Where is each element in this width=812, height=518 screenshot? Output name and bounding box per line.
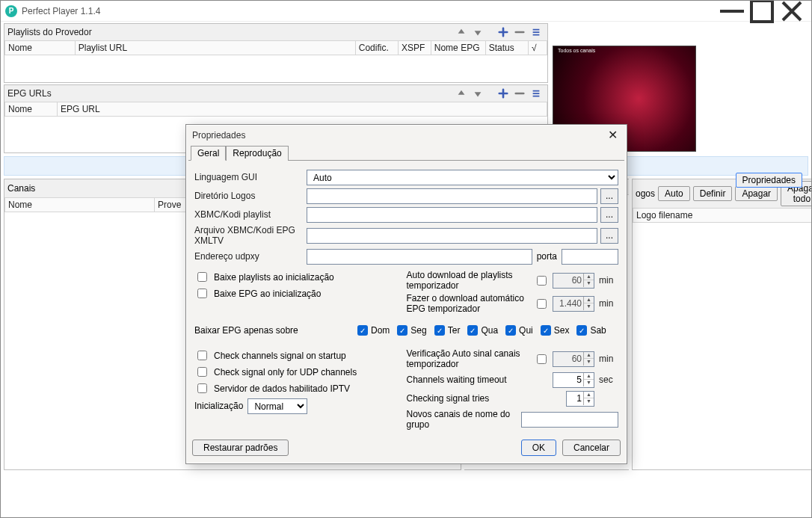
auto-pl-timer-checkbox[interactable] [537, 276, 547, 286]
epg-table: Nome EPG URL [4, 102, 547, 117]
label-logos-dir: Diretório Logos [194, 191, 307, 201]
day-ter-checkbox[interactable]: ✓ [434, 325, 445, 336]
th-chan-nome[interactable]: Nome [5, 198, 155, 212]
providers-title: Playlists do Provedor [7, 27, 453, 37]
restore-defaults-button[interactable]: Restaurar padrões [192, 440, 289, 456]
maximize-button[interactable] [747, 1, 777, 22]
window-title: Perfect Player 1.1.4 [22, 6, 100, 16]
move-up-icon[interactable] [453, 87, 470, 100]
preview-overlay: Todos os canais [558, 48, 595, 53]
init-select[interactable]: Normal [247, 398, 307, 414]
check-signal-checkbox[interactable] [197, 351, 207, 360]
app-icon: P [5, 5, 17, 17]
label-baixar-epg: Baixe EPG ao inicialização [214, 289, 321, 299]
logos-title: ogos [636, 188, 655, 199]
label-gui-lang: Linguagem GUI [194, 172, 307, 182]
svg-rect-0 [751, 1, 772, 22]
verif-auto-spinner[interactable]: ▲▼ [553, 351, 594, 367]
epg-title: EPG URLs [7, 88, 453, 99]
close-icon[interactable]: ✕ [604, 128, 621, 142]
remove-icon[interactable] [511, 25, 528, 39]
ok-button[interactable]: OK [521, 440, 556, 456]
th-nome[interactable]: Nome [5, 41, 76, 55]
logos-dir-input[interactable] [307, 188, 597, 204]
providers-table: Nome Playlist URL Codific. XSPF Nome EPG… [4, 40, 547, 55]
baixar-pl-checkbox[interactable] [197, 272, 207, 282]
cancel-button[interactable]: Cancelar [562, 440, 621, 456]
baixar-epg-checkbox[interactable] [197, 289, 207, 298]
porta-input[interactable] [562, 249, 618, 265]
menu-icon[interactable] [528, 87, 544, 100]
propriedades-button[interactable]: Propriedades [736, 173, 802, 188]
label-porta: porta [537, 251, 557, 262]
th-codific[interactable]: Codific. [355, 41, 398, 55]
label-kodi-playlist: XBMC/Kodi playlist [194, 209, 307, 220]
th-xspf[interactable]: XSPF [399, 41, 431, 55]
unit-min: min [599, 275, 618, 286]
label-check-udp: Check signal only for UDP channels [214, 367, 357, 377]
browse-kodi-playlist-button[interactable]: ... [600, 207, 618, 223]
kodi-playlist-input[interactable] [307, 207, 597, 223]
label-auto-epg-timer: Fazer o download automático EPG temporiz… [407, 293, 535, 314]
kodi-epg-input[interactable] [307, 228, 597, 244]
udpxy-input[interactable] [307, 249, 532, 265]
logos-table: Logo filename [633, 208, 812, 223]
dialog-title: Propriedades [192, 130, 245, 141]
day-dom-checkbox[interactable]: ✓ [357, 325, 368, 336]
apagar-button[interactable]: Apagar [735, 186, 778, 201]
label-baixar-pl: Baixe playlists ao inicialização [214, 272, 334, 283]
gui-lang-select[interactable]: Auto [307, 170, 618, 185]
label-signal-tries: Checking signal tries [407, 393, 567, 404]
definir-button[interactable]: Definir [693, 186, 733, 201]
check-udp-checkbox[interactable] [197, 367, 207, 377]
unit-min: min [599, 298, 618, 309]
label-udpxy: Endereço udpxy [194, 251, 307, 262]
move-up-icon[interactable] [453, 25, 470, 39]
th-logo-filename[interactable]: Logo filename [633, 209, 813, 223]
th-url[interactable]: Playlist URL [75, 41, 355, 55]
properties-dialog: Propriedades ✕ Geral Reprodução Linguage… [185, 124, 627, 464]
move-down-icon[interactable] [470, 87, 486, 100]
th-nome-epg[interactable]: Nome EPG [431, 41, 485, 55]
auto-button[interactable]: Auto [658, 186, 690, 201]
providers-section: Playlists do Provedor Nome Playlist URL … [4, 23, 548, 83]
label-wait-timeout: Channels waiting timeout [407, 374, 553, 385]
label-verif-auto: Verificação Auto sinal canais temporizad… [407, 348, 535, 369]
th-epg-url[interactable]: EPG URL [58, 102, 547, 117]
day-sex-checkbox[interactable]: ✓ [541, 325, 551, 336]
browse-logos-button[interactable]: ... [600, 188, 618, 204]
th-epg-nome[interactable]: Nome [5, 102, 58, 117]
label-auto-pl-timer: Auto download de playlists temporizador [407, 270, 535, 291]
close-button[interactable] [777, 1, 807, 22]
th-status[interactable]: Status [485, 41, 528, 55]
days-group: ✓Dom ✓Seg ✓Ter ✓Qua ✓Qui ✓Sex ✓Sab [357, 325, 606, 336]
browse-kodi-epg-button[interactable]: ... [600, 228, 618, 244]
move-down-icon[interactable] [470, 25, 486, 39]
auto-pl-timer-spinner[interactable]: ▲▼ [553, 273, 594, 289]
label-init: Inicialização [194, 401, 243, 411]
minimize-button[interactable] [717, 1, 747, 22]
day-seg-checkbox[interactable]: ✓ [397, 325, 407, 336]
auto-epg-timer-spinner[interactable]: ▲▼ [553, 296, 594, 312]
menu-icon[interactable] [528, 25, 544, 39]
signal-tries-spinner[interactable]: ▲▼ [566, 391, 594, 407]
add-icon[interactable] [495, 87, 511, 100]
iptv-checkbox[interactable] [197, 383, 207, 393]
verif-auto-checkbox[interactable] [537, 354, 547, 364]
day-qua-checkbox[interactable]: ✓ [467, 325, 478, 336]
label-new-group: Novos canais de nome do grupo [407, 409, 522, 430]
label-epg-days: Baixar EPG apenas sobre [194, 325, 357, 336]
add-icon[interactable] [495, 25, 511, 39]
new-group-input[interactable] [521, 412, 618, 428]
day-sab-checkbox[interactable]: ✓ [576, 325, 587, 336]
remove-icon[interactable] [511, 87, 528, 100]
auto-epg-timer-checkbox[interactable] [537, 299, 547, 309]
wait-timeout-spinner[interactable]: ▲▼ [553, 372, 594, 388]
day-qui-checkbox[interactable]: ✓ [505, 325, 516, 336]
tab-geral[interactable]: Geral [191, 146, 226, 161]
titlebar: P Perfect Player 1.1.4 [1, 1, 811, 22]
tab-reproducao[interactable]: Reprodução [226, 146, 288, 161]
channels-title: Canais [7, 183, 35, 194]
label-kodi-epg: Arquivo XBMC/Kodi EPG XMLTV [194, 225, 307, 246]
th-check[interactable]: √ [528, 41, 547, 55]
